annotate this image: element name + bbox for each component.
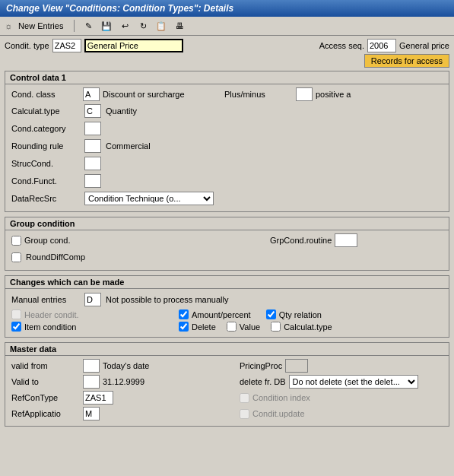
ref-applicatio-input[interactable]	[83, 407, 100, 420]
group-cond-row: Group cond. GrpCond.routine	[11, 233, 443, 247]
new-entries-label: New Entries	[18, 21, 63, 30]
group-condition-title: Group condition	[5, 217, 449, 230]
delete-fr-db-label: delete fr. DB	[240, 377, 286, 386]
struc-cond-input[interactable]	[84, 157, 101, 170]
manual-entries-code-input[interactable]	[84, 293, 101, 306]
condit-type-value-input[interactable]	[84, 39, 183, 52]
pricing-proc-label: PricingProc	[240, 361, 282, 370]
changes-title: Changes which can be made	[5, 276, 449, 289]
cond-category-row: Cond.category	[11, 121, 443, 136]
round-diff-comp-label: RoundDiffComp	[26, 252, 85, 262]
condit-type-label: Condit. type	[5, 41, 49, 50]
cond-funct-row: Cond.Funct.	[11, 173, 443, 189]
item-condition-label: Item condition	[24, 322, 76, 332]
valid-to-row: Valid to 31.12.9999 delete fr. DB Do not…	[11, 375, 443, 389]
group-condition-section: Group condition Group cond. GrpCond.rout…	[5, 217, 449, 271]
cond-class-label: Cond. class	[11, 90, 80, 99]
header-condit-label: Header condit.	[24, 310, 79, 319]
valid-from-value: Today's date	[103, 361, 149, 370]
calculat-type-changes-checkbox[interactable]	[271, 322, 281, 332]
changes-section: Changes which can be made Manual entries…	[5, 275, 449, 338]
toolbar-icon-2[interactable]: 💾	[100, 20, 113, 32]
header-condit-checkbox[interactable]	[11, 309, 21, 319]
valid-from-row: valid from Today's date PricingProc	[11, 359, 443, 373]
new-entries-icon: ☼	[5, 21, 12, 30]
round-diff-comp-checkbox[interactable]	[11, 252, 21, 262]
cond-category-label: Cond.category	[11, 124, 80, 133]
cond-funct-input[interactable]	[84, 174, 101, 188]
rounding-rule-value: Commercial	[106, 141, 151, 151]
rounding-rule-input[interactable]	[84, 139, 101, 153]
value-checkbox[interactable]	[227, 322, 237, 332]
manual-entries-label: Manual entries	[11, 295, 80, 304]
title-bar: Change View "Conditions: Condition Types…	[0, 0, 454, 17]
delete-fr-db-select[interactable]: Do not delete (set the delet...	[289, 375, 418, 389]
delete-checkbox[interactable]	[179, 322, 189, 332]
toolbar-icon-5[interactable]: 📋	[155, 20, 167, 32]
calculat-type-label: Calculat.type	[11, 106, 80, 116]
grp-cond-routine-label: GrpCond.routine	[270, 236, 332, 245]
access-seq-label: Access seq.	[319, 41, 364, 50]
condit-type-code-input[interactable]	[52, 39, 81, 52]
item-cond-row: Item condition Delete Value Calculat.typ…	[11, 322, 443, 332]
item-condition-checkbox[interactable]	[11, 322, 21, 332]
condit-update-checkbox[interactable]	[240, 409, 249, 419]
ref-con-type-row: RefConType Condition index	[11, 391, 443, 405]
valid-to-label: Valid to	[11, 377, 80, 386]
manual-entries-value: Not possible to process manually	[106, 295, 228, 304]
cond-funct-label: Cond.Funct.	[11, 176, 80, 186]
calculat-type-changes-label: Calculat.type	[284, 322, 332, 332]
amount-percent-label: Amount/percent	[192, 310, 251, 319]
round-diff-comp-row: RoundDiffComp	[11, 249, 443, 265]
grp-cond-routine-input[interactable]	[335, 233, 357, 247]
data-rec-src-label: DataRecSrc	[11, 194, 80, 203]
toolbar-icon-3[interactable]: ↩	[119, 20, 131, 32]
amount-percent-checkbox[interactable]	[179, 309, 189, 319]
pricing-proc-input[interactable]	[285, 359, 308, 373]
rounding-rule-row: Rounding rule Commercial	[11, 138, 443, 154]
master-data-section: Master data valid from Today's date Pric…	[5, 342, 449, 427]
access-seq-code-input[interactable]	[367, 39, 396, 52]
records-for-access-button[interactable]: Records for access	[364, 54, 449, 68]
control-data-1-title: Control data 1	[5, 71, 449, 84]
group-cond-checkbox[interactable]	[11, 236, 21, 246]
plus-minus-value: positive a	[316, 90, 351, 99]
qty-relation-checkbox[interactable]	[266, 309, 276, 319]
ref-con-type-input[interactable]	[83, 391, 113, 405]
plus-minus-label: Plus/minus	[224, 90, 293, 99]
window-title: Change View "Conditions: Condition Types…	[6, 3, 233, 14]
valid-from-label: valid from	[11, 361, 80, 370]
group-cond-label: Group cond.	[24, 236, 71, 245]
header-cond-row: Header condit. Amount/percent Qty relati…	[11, 309, 443, 319]
cond-class-value: Discount or surcharge	[103, 90, 185, 99]
manual-entries-row: Manual entries Not possible to process m…	[11, 292, 443, 307]
ref-con-type-label: RefConType	[11, 393, 80, 402]
cond-class-row: Cond. class Discount or surcharge Plus/m…	[11, 87, 443, 101]
plus-minus-input[interactable]	[296, 87, 313, 101]
qty-relation-label: Qty relation	[279, 310, 322, 319]
control-data-1-section: Control data 1 Cond. class Discount or s…	[5, 71, 449, 212]
data-rec-src-select[interactable]: Condition Technique (o...	[84, 192, 214, 205]
struc-cond-row: StrucCond.	[11, 156, 443, 171]
master-data-title: Master data	[5, 343, 449, 356]
value-label: Value	[240, 322, 260, 332]
delete-label: Delete	[192, 322, 216, 332]
cond-class-code-input[interactable]	[83, 87, 100, 101]
toolbar-icon-1[interactable]: ✎	[82, 20, 94, 32]
access-seq-value: General price	[399, 41, 449, 50]
toolbar-icon-6[interactable]: 🖶	[173, 20, 186, 32]
valid-to-input[interactable]	[83, 375, 100, 389]
calculat-type-value: Quantity	[106, 106, 137, 116]
toolbar: ☼ New Entries ✎ 💾 ↩ ↻ 📋 🖶	[0, 17, 454, 36]
cond-category-input[interactable]	[84, 122, 101, 135]
valid-to-value: 31.12.9999	[103, 377, 144, 386]
toolbar-separator	[74, 20, 75, 32]
valid-from-input[interactable]	[83, 359, 100, 373]
data-rec-src-row: DataRecSrc Condition Technique (o...	[11, 191, 443, 206]
condition-index-checkbox[interactable]	[240, 393, 249, 403]
toolbar-icon-4[interactable]: ↻	[137, 20, 149, 32]
ref-applicatio-label: RefApplicatio	[11, 409, 80, 418]
struc-cond-label: StrucCond.	[11, 159, 80, 168]
calculat-type-code-input[interactable]	[84, 104, 101, 118]
rounding-rule-label: Rounding rule	[11, 141, 80, 151]
